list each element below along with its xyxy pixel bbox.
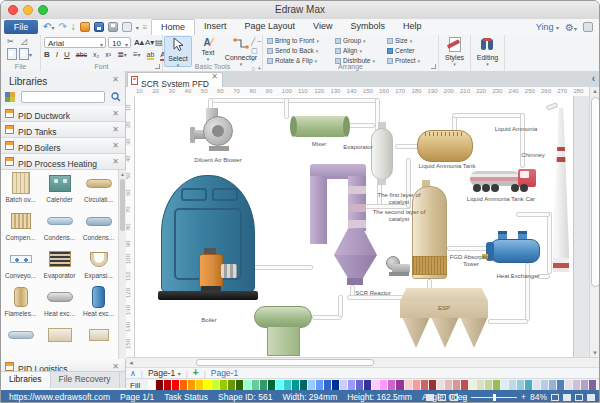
font-family-select[interactable]: Arial▾: [44, 37, 106, 48]
close-library-icon[interactable]: ✕: [112, 122, 119, 137]
page-tab-1[interactable]: Page-1: [211, 368, 238, 378]
horizontal-scroll-thumb[interactable]: [196, 359, 374, 366]
shape-item[interactable]: Calender: [40, 170, 79, 208]
search-input[interactable]: [21, 91, 105, 103]
format-painter-icon[interactable]: ◿: [21, 37, 27, 46]
color-swatch[interactable]: [581, 380, 588, 390]
color-swatch[interactable]: [485, 380, 492, 390]
zoom-level[interactable]: 84%: [530, 392, 547, 402]
shape-item[interactable]: [79, 322, 118, 359]
color-swatch[interactable]: [260, 380, 267, 390]
shape-item[interactable]: Evaporator: [40, 246, 79, 284]
vertical-scrollbar[interactable]: ▲ ▼: [589, 87, 600, 357]
zoom-slider[interactable]: [471, 397, 517, 398]
redo-icon[interactable]: ↷: [58, 22, 66, 32]
scroll-down-icon[interactable]: ▼: [592, 350, 598, 356]
arrange-send-to-back[interactable]: Send to Back▾: [267, 47, 318, 54]
arrange-group[interactable]: Group▾: [335, 37, 366, 44]
shape-item[interactable]: Heat exc...: [79, 284, 118, 322]
subscript-icon[interactable]: x₂: [93, 51, 99, 58]
tab-view[interactable]: View: [304, 19, 341, 35]
shrink-font-icon[interactable]: A▾: [145, 38, 154, 47]
add-page-button[interactable]: +: [193, 369, 199, 377]
color-swatch[interactable]: [573, 380, 580, 390]
shape-item[interactable]: [1, 322, 40, 359]
color-swatch[interactable]: [517, 380, 524, 390]
view-page-icon[interactable]: [438, 394, 446, 401]
pipe[interactable]: [253, 265, 313, 270]
collapse-right-icon[interactable]: ‹: [592, 73, 595, 84]
color-swatch[interactable]: [180, 380, 187, 390]
evaporator[interactable]: [371, 128, 393, 180]
color-swatch[interactable]: [236, 380, 243, 390]
color-swatch[interactable]: [413, 380, 420, 390]
ammonia-tank-label[interactable]: Liquid Ammonia Tank: [412, 163, 482, 170]
print-icon[interactable]: [108, 22, 118, 32]
qat-dropdown-icon[interactable]: ▾: [136, 24, 139, 31]
magnifier-icon[interactable]: [575, 394, 583, 401]
color-swatch[interactable]: [332, 380, 339, 390]
catalyst2-label[interactable]: The second layer of catalyst: [369, 209, 429, 222]
color-swatch[interactable]: [525, 380, 532, 390]
strikethrough-icon[interactable]: abc: [76, 51, 87, 58]
color-swatch[interactable]: [276, 380, 283, 390]
styles-icon[interactable]: [446, 37, 464, 52]
color-swatch[interactable]: [172, 380, 179, 390]
boiler-burner[interactable]: [199, 254, 223, 288]
scroll-left-icon[interactable]: ◄: [128, 360, 134, 366]
superscript-icon[interactable]: x²: [105, 51, 111, 58]
tab-page-layout[interactable]: Page Layout: [236, 19, 305, 35]
color-swatch[interactable]: [148, 380, 155, 390]
tab-help[interactable]: Help: [394, 19, 431, 35]
zoom-slider-thumb[interactable]: [493, 394, 496, 401]
undo-icon[interactable]: ↶▾: [43, 22, 54, 33]
blower-hub[interactable]: [212, 125, 224, 137]
color-swatch[interactable]: [308, 380, 315, 390]
color-swatch[interactable]: [557, 380, 564, 390]
search-icon[interactable]: [111, 92, 121, 102]
arrange-bring-to-front[interactable]: Bring to Front▾: [267, 37, 319, 44]
tank-car-label[interactable]: Liquid Ammonia Tank Car: [466, 196, 536, 203]
pipe[interactable]: [547, 212, 552, 274]
scroll-up-icon[interactable]: ▲: [592, 88, 598, 94]
arrange-size[interactable]: Size▾: [387, 37, 412, 44]
chimney-label[interactable]: Chimney: [508, 152, 558, 159]
view-fit-icon[interactable]: [450, 394, 458, 401]
color-swatch[interactable]: [461, 380, 468, 390]
italic-icon[interactable]: I: [56, 50, 58, 59]
color-swatch[interactable]: [156, 380, 163, 390]
tab-home[interactable]: Home: [151, 19, 195, 35]
heat-exchanger[interactable]: [490, 239, 540, 263]
pipe[interactable]: [447, 246, 491, 251]
picture-icon[interactable]: [80, 22, 90, 32]
catalyst1-label[interactable]: The first layer of catalyst: [369, 192, 429, 205]
tab-insert[interactable]: Insert: [195, 19, 236, 35]
arrange-dialog-launcher[interactable]: [431, 64, 436, 69]
color-swatch[interactable]: [565, 380, 572, 390]
status-task[interactable]: Task Status: [164, 392, 208, 402]
page-nav-current[interactable]: Page-1 ▾: [148, 368, 181, 378]
color-swatch[interactable]: [204, 380, 211, 390]
color-swatch[interactable]: [316, 380, 323, 390]
color-swatch[interactable]: [396, 380, 403, 390]
color-swatch[interactable]: [164, 380, 171, 390]
font-size-select[interactable]: 10▾: [108, 37, 131, 48]
styles-button[interactable]: Styles: [439, 54, 470, 61]
color-swatch[interactable]: [388, 380, 395, 390]
color-swatch[interactable]: [324, 380, 331, 390]
fit-page-icon[interactable]: [551, 394, 559, 401]
zoom-in-icon[interactable]: +: [521, 392, 526, 402]
pan-zoom-icon[interactable]: [563, 394, 571, 401]
color-swatch[interactable]: [437, 380, 444, 390]
fgd-tower-label[interactable]: FGD Absorption Tower: [448, 254, 494, 267]
color-swatch[interactable]: [292, 380, 299, 390]
sidebar-scrollbar[interactable]: ▲: [118, 170, 126, 359]
shape-item[interactable]: Conveyo...: [1, 246, 40, 284]
file-button[interactable]: File: [4, 20, 38, 34]
library-bar-pid-boilers[interactable]: PID Boilers✕: [1, 138, 125, 154]
color-swatch[interactable]: [220, 380, 227, 390]
document-tab[interactable]: SCR System PFD ✕: [127, 72, 223, 87]
heat-exchanger-label[interactable]: Heat Exchanger: [488, 273, 548, 280]
library-bar-pid-ductwork[interactable]: PID Ductwork✕: [1, 106, 125, 122]
color-swatch[interactable]: [429, 380, 436, 390]
